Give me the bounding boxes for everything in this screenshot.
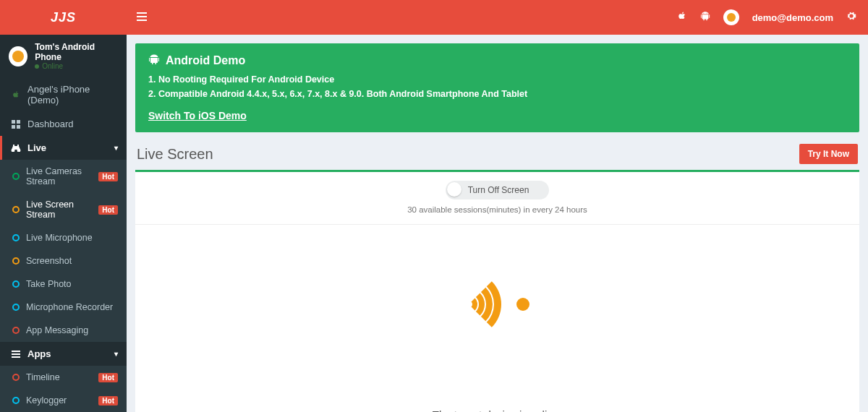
topbar-right: demo@demo.com <box>677 9 868 25</box>
hot-badge: Hot <box>98 172 118 181</box>
try-it-now-button[interactable]: Try It Now <box>799 144 858 164</box>
sidebar-item-keylogger[interactable]: KeyloggerHot <box>0 389 127 412</box>
settings-gear-icon[interactable] <box>846 11 856 24</box>
section-header: Live Screen Try It Now <box>127 141 868 170</box>
hot-badge: Hot <box>98 396 118 405</box>
sidebar: Tom's Android Phone Online Angel's iPhon… <box>0 35 127 412</box>
sidebar-item-label: Dashboard <box>27 119 118 129</box>
android-icon[interactable] <box>700 11 710 24</box>
sidebar-item-dashboard[interactable]: Dashboard <box>0 112 127 136</box>
apple-icon[interactable] <box>677 11 687 24</box>
android-icon <box>148 53 160 68</box>
ring-icon <box>12 327 20 334</box>
screen-toggle[interactable]: Turn Off Screen <box>446 181 550 199</box>
device-selector[interactable]: Tom's Android Phone Online <box>0 35 127 77</box>
banner-title-text: Android Demo <box>166 54 245 67</box>
ring-icon <box>12 234 20 241</box>
sidebar-item-label: App Messaging <box>26 325 118 335</box>
dashboard-icon <box>11 120 21 129</box>
chevron-down-icon: ▾ <box>114 350 118 358</box>
ring-icon <box>12 280 20 288</box>
banner-line-2: 2. Compatible Android 4.4.x, 5.x, 6.x, 7… <box>148 87 846 101</box>
hot-badge: Hot <box>98 205 118 215</box>
sidebar-item-label: Live Cameras Stream <box>26 166 92 186</box>
sidebar-item-label: Apps <box>27 348 108 359</box>
user-avatar[interactable] <box>723 9 739 25</box>
brand-logo[interactable]: JJS <box>0 10 127 25</box>
user-email[interactable]: demo@demo.com <box>752 12 833 23</box>
sidebar-item-live-cameras[interactable]: Live Cameras StreamHot <box>0 160 127 193</box>
ring-icon <box>12 173 20 180</box>
apple-icon <box>11 90 21 99</box>
banner-line-1: 1. No Rooting Required For Android Devic… <box>148 72 846 87</box>
sidebar-item-live-microphone[interactable]: Live Microphone <box>0 226 127 249</box>
toggle-knob <box>447 182 461 197</box>
sidebar-item-mic-recorder[interactable]: Microphone Recorder <box>0 296 127 319</box>
sidebar-item-app-messaging[interactable]: App Messaging <box>0 319 127 342</box>
sidebar-item-label: Angel's iPhone (Demo) <box>27 84 118 106</box>
sidebar-item-label: Live <box>27 142 108 153</box>
ring-icon <box>12 374 20 381</box>
switch-demo-link[interactable]: Switch To iOS Demo <box>148 110 247 121</box>
sidebar-item-label: Take Photo <box>26 279 118 289</box>
demo-banner: Android Demo 1. No Rooting Required For … <box>135 43 859 132</box>
sidebar-item-label: Microphone Recorder <box>26 302 118 312</box>
sidebar-item-screenshot[interactable]: Screenshot <box>0 249 127 272</box>
hamburger-icon <box>137 12 147 21</box>
list-icon <box>11 351 21 358</box>
ring-icon <box>12 397 20 404</box>
sidebar-section-apps[interactable]: Apps ▾ <box>0 342 127 366</box>
hot-badge: Hot <box>98 373 118 382</box>
ring-icon <box>12 304 20 311</box>
menu-toggle-button[interactable] <box>127 11 157 24</box>
binoculars-icon <box>11 145 21 152</box>
sidebar-item-label: Live Screen Stream <box>26 199 92 220</box>
sidebar-item-label: Live Microphone <box>26 233 118 243</box>
signal-icon <box>135 268 859 343</box>
sidebar-item-take-photo[interactable]: Take Photo <box>0 272 127 296</box>
sidebar-item-timeline[interactable]: TimelineHot <box>0 366 127 389</box>
sidebar-item-label: Keylogger <box>26 395 92 405</box>
sidebar-item-label: Timeline <box>26 372 92 382</box>
sidebar-item-live-screen[interactable]: Live Screen StreamHot <box>0 193 127 226</box>
device-name: Tom's Android Phone <box>35 42 118 62</box>
page-title: Live Screen <box>137 146 213 163</box>
live-screen-panel: Turn Off Screen 30 available sessions(mi… <box>135 170 859 412</box>
ring-icon <box>12 206 20 213</box>
ring-icon <box>12 257 20 265</box>
svg-point-2 <box>516 298 529 311</box>
top-bar: JJS demo@demo.com <box>0 0 868 35</box>
device-status: Online <box>35 62 118 70</box>
device-online-status: The target device is online. <box>135 408 859 412</box>
sessions-note: 30 available sessions(minutes) in every … <box>135 205 859 214</box>
sidebar-item-iphone-demo[interactable]: Angel's iPhone (Demo) <box>0 77 127 112</box>
sidebar-section-live[interactable]: Live ▾ <box>0 136 127 160</box>
device-avatar <box>9 46 27 66</box>
sidebar-item-label: Screenshot <box>26 256 118 266</box>
chevron-down-icon: ▾ <box>114 144 118 152</box>
main-content: Android Demo 1. No Rooting Required For … <box>127 35 868 412</box>
